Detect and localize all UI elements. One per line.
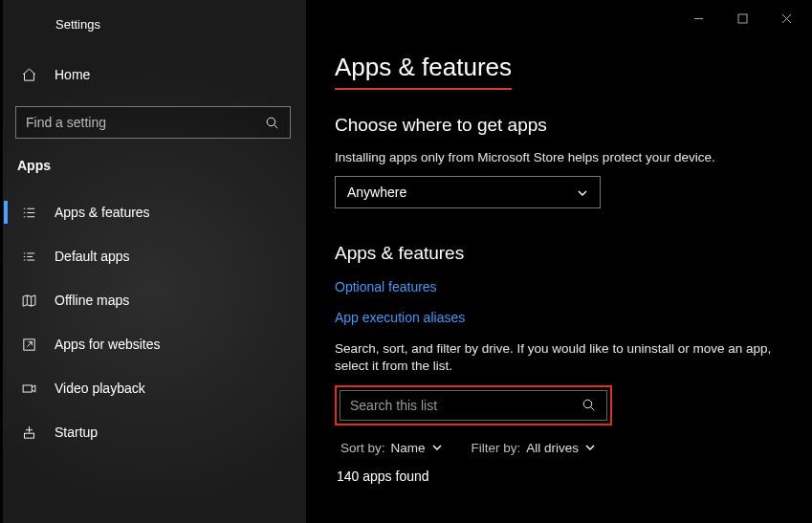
sidebar-item-label: Apps & features [55, 205, 150, 220]
sidebar-item-label: Apps for websites [55, 337, 161, 352]
minimize-button[interactable] [676, 4, 720, 33]
app-source-value: Anywhere [347, 185, 406, 200]
sidebar-section-label: Apps [0, 158, 306, 173]
sidebar-item-label: Startup [55, 425, 98, 440]
sidebar-item-apps-for-websites[interactable]: Apps for websites [0, 322, 306, 366]
filter-value: All drives [526, 441, 579, 455]
svg-rect-3 [25, 433, 34, 438]
map-icon [21, 293, 37, 309]
search-icon [581, 397, 597, 413]
apps-count: 140 apps found [335, 469, 783, 484]
sort-label: Sort by: [340, 441, 385, 455]
svg-point-5 [583, 400, 592, 408]
sidebar: Settings Home Apps Apps & features Defau… [0, 0, 306, 523]
sidebar-item-default-apps[interactable]: Default apps [0, 234, 306, 278]
apps-features-heading: Apps & features [335, 243, 783, 264]
sort-filter-row: Sort by: Name Filter by: All drives [335, 441, 783, 455]
window-controls [676, 4, 808, 33]
search-icon [264, 115, 280, 131]
filter-label: Filter by: [472, 441, 521, 455]
close-button[interactable] [764, 4, 808, 33]
choose-heading: Choose where to get apps [335, 115, 783, 136]
filter-desc: Search, sort, and filter by drive. If yo… [335, 340, 783, 375]
app-source-select[interactable]: Anywhere [335, 176, 601, 208]
app-execution-aliases-link[interactable]: App execution aliases [335, 310, 783, 325]
sidebar-item-apps-features[interactable]: Apps & features [0, 190, 306, 234]
chevron-down-icon [584, 442, 596, 453]
open-icon [21, 337, 37, 353]
startup-icon [21, 425, 37, 441]
sort-value: Name [391, 441, 426, 455]
sidebar-search[interactable] [15, 106, 291, 139]
sidebar-home[interactable]: Home [0, 58, 306, 91]
home-icon [21, 67, 37, 83]
maximize-button[interactable] [720, 4, 764, 33]
svg-point-0 [267, 118, 275, 126]
sidebar-item-label: Offline maps [55, 293, 129, 308]
sidebar-item-startup[interactable]: Startup [0, 410, 306, 454]
sidebar-search-input[interactable] [26, 115, 264, 130]
filter-by-button[interactable]: Filter by: All drives [472, 441, 597, 455]
svg-rect-2 [23, 384, 32, 391]
chevron-down-icon [577, 186, 588, 198]
sort-by-button[interactable]: Sort by: Name [340, 441, 443, 455]
sidebar-home-label: Home [55, 67, 90, 82]
app-list-search[interactable] [340, 390, 607, 421]
page-title: Apps & features [335, 53, 512, 90]
list-icon [21, 205, 37, 221]
app-list-search-input[interactable] [350, 398, 581, 413]
sidebar-item-offline-maps[interactable]: Offline maps [0, 278, 306, 322]
sidebar-item-label: Default apps [55, 249, 130, 264]
defaults-icon [21, 249, 37, 265]
chevron-down-icon [431, 442, 443, 453]
svg-rect-4 [738, 14, 747, 23]
search-list-highlight [335, 385, 612, 425]
sidebar-item-video-playback[interactable]: Video playback [0, 366, 306, 410]
choose-desc: Installing apps only from Microsoft Stor… [335, 149, 783, 166]
window-title: Settings [0, 17, 306, 32]
optional-features-link[interactable]: Optional features [335, 279, 783, 294]
video-icon [21, 381, 37, 397]
main-content: Apps & features Choose where to get apps… [306, 0, 812, 523]
sidebar-item-label: Video playback [55, 381, 145, 396]
